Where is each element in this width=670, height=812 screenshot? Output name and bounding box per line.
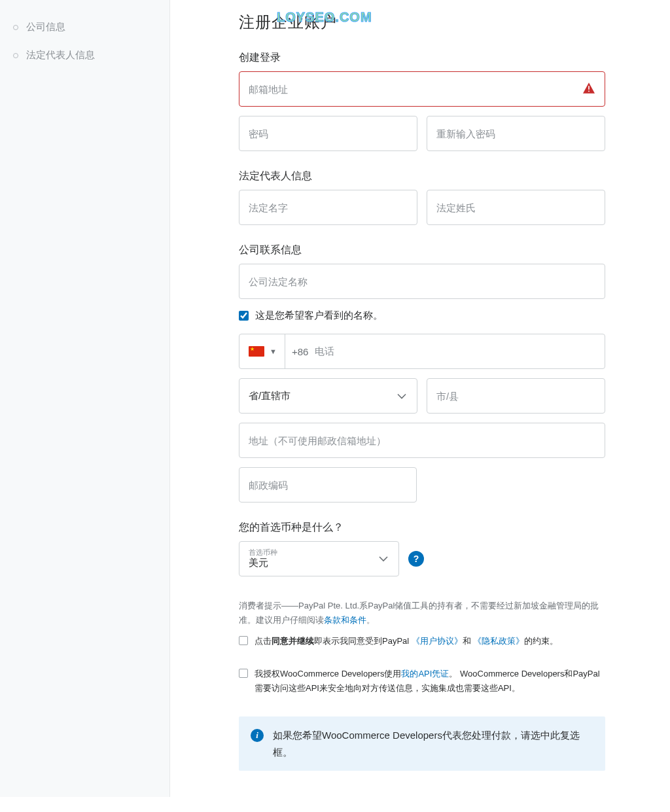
svg-rect-1 [588, 91, 590, 92]
country-code-selector[interactable]: ▼ [239, 334, 285, 368]
info-banner-text: 如果您希望WooCommerce Developers代表您处理付款，请选中此复… [273, 727, 593, 760]
province-select[interactable]: 省/直辖市 [239, 378, 417, 414]
main-content: 注册企业账户 LOYSEO.COM 创建登录 法定代 [170, 0, 670, 797]
section-heading-login: 创建登录 [239, 51, 605, 65]
section-heading-currency: 您的首选币种是什么？ [239, 521, 605, 535]
sidebar-item-label: 法定代表人信息 [26, 49, 95, 62]
chevron-down-icon: ▼ [270, 347, 277, 355]
api-credentials-link[interactable]: 我的API凭证 [401, 669, 449, 679]
help-icon[interactable]: ? [408, 551, 424, 567]
postal-field[interactable] [239, 467, 417, 503]
legal-last-name-input[interactable] [436, 202, 595, 213]
agree-terms-checkbox[interactable] [239, 636, 248, 645]
phone-field: ▼ +86 [239, 334, 605, 369]
legal-last-name-field[interactable] [427, 190, 605, 225]
section-heading-company: 公司联系信息 [239, 243, 605, 257]
sidebar: 公司信息 法定代表人信息 [0, 0, 170, 797]
info-icon: i [251, 729, 264, 742]
currency-field-label: 首选币种 [249, 548, 389, 557]
legal-first-name-input[interactable] [249, 202, 408, 213]
agree-terms-text: 点击同意并继续即表示我同意受到PayPal 《用户协议》和 《隐私政策》的约束。 [255, 634, 605, 648]
info-banner: i 如果您希望WooCommerce Developers代表您处理付款，请选中… [239, 716, 605, 771]
postal-input[interactable] [249, 480, 407, 491]
email-field[interactable] [239, 71, 605, 107]
authorize-api-text: 我授权WooCommerce Developers使用我的API凭证。 WooC… [255, 667, 605, 696]
step-dot-icon [13, 25, 18, 30]
privacy-policy-link[interactable]: 《隐私政策》 [473, 636, 524, 646]
city-input[interactable] [436, 391, 595, 402]
flag-cn-icon [249, 346, 264, 357]
authorize-api-checkbox[interactable] [239, 669, 248, 678]
password-confirm-input[interactable] [436, 128, 595, 139]
currency-select[interactable]: 首选币种 美元 [239, 541, 399, 576]
legal-first-name-field[interactable] [239, 190, 417, 225]
password-field[interactable] [239, 116, 417, 151]
step-dot-icon [13, 53, 18, 58]
sidebar-item-legal-rep[interactable]: 法定代表人信息 [13, 41, 169, 69]
address-input[interactable] [249, 435, 595, 446]
display-name-note: 这是您希望客户看到的名称。 [255, 309, 383, 322]
display-name-checkbox[interactable] [239, 311, 249, 321]
company-legal-name-input[interactable] [249, 276, 595, 287]
sidebar-item-label: 公司信息 [26, 21, 65, 33]
user-agreement-link[interactable]: 《用户协议》 [412, 636, 463, 646]
dial-code: +86 [285, 346, 315, 357]
section-heading-legal-rep: 法定代表人信息 [239, 169, 605, 183]
city-field[interactable] [427, 378, 605, 414]
company-legal-name-field[interactable] [239, 264, 605, 299]
chevron-down-icon [379, 553, 388, 565]
email-input[interactable] [249, 84, 595, 95]
password-confirm-field[interactable] [427, 116, 605, 151]
currency-value: 美元 [249, 557, 389, 569]
password-input[interactable] [249, 128, 408, 139]
error-icon [582, 82, 595, 96]
sidebar-item-company[interactable]: 公司信息 [13, 13, 169, 41]
phone-input[interactable] [315, 345, 597, 357]
terms-link[interactable]: 条款和条件 [324, 615, 366, 625]
disclaimer-text: 消费者提示——PayPal Pte. Ltd.系PayPal储值工具的持有者，不… [239, 599, 605, 627]
svg-rect-0 [588, 86, 590, 90]
page-title: 注册企业账户 LOYSEO.COM [239, 12, 605, 33]
address-field[interactable] [239, 423, 605, 458]
